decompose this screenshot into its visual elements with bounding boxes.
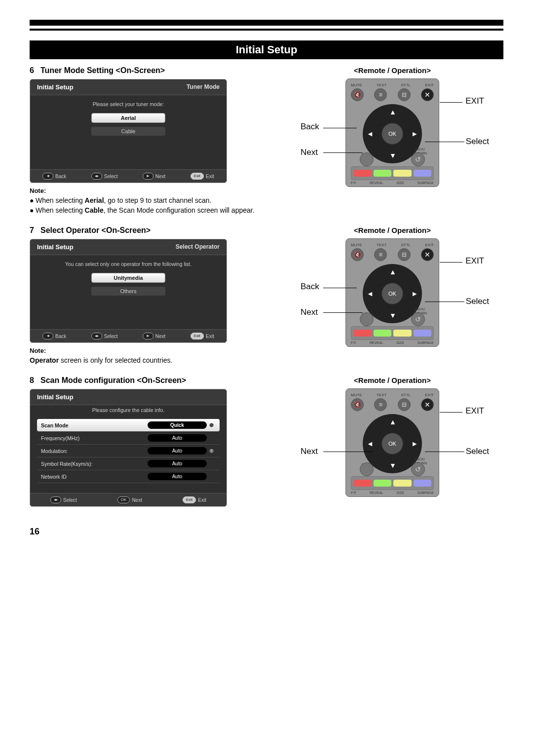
config-label: Scan Mode [41,422,148,428]
dpad-down-icon[interactable]: ▼ [389,151,396,159]
sttl-button[interactable]: ⊟ [398,248,411,261]
callout-exit: EXIT [465,256,484,266]
osd-instruction: Please configure the cable info. [37,407,220,413]
dpad-down-icon[interactable]: ▼ [389,461,396,469]
text-button[interactable]: ≡ [374,398,387,411]
dpad-up-icon[interactable]: ▲ [389,108,396,116]
osd-tuner-mode: Initial Setup Tuner Mode Please select y… [30,79,227,183]
config-label: Network ID [41,474,148,480]
color-buttons[interactable] [351,476,434,490]
exit-button[interactable]: ✕ [421,248,434,261]
mute-button[interactable]: 🔇 [351,248,364,261]
remote-diagram: MUTETEXTSTTLEXIT 🔇 ≡ ⊟ ✕ ▲ ▼ ◄ ► OK [328,78,457,187]
osd-title: Initial Setup [37,83,74,91]
footer-next: ►Next [143,173,165,180]
ok-button[interactable]: OK [381,433,403,454]
menu-button[interactable] [360,462,374,476]
footer-back: ◄Back [42,173,66,180]
callout-next: Next [301,447,318,456]
exit-button[interactable]: ✕ [421,398,434,411]
sttl-button[interactable]: ⊟ [398,88,411,101]
footer-exit: ExitExit [183,496,206,503]
text-button[interactable]: ≡ [374,88,387,101]
config-label: Modulation: [41,448,148,454]
dpad[interactable]: ▲ ▼ ◄ ► OK MENU BACK/RETURN ↺ [363,264,422,323]
config-value: Auto [148,447,207,454]
callout-exit: EXIT [465,96,484,106]
footer-select: ◂▸Select [91,333,118,340]
config-row[interactable]: Frequency(MHz)Auto [37,432,220,445]
osd-title: Initial Setup [37,243,74,251]
config-row[interactable]: Modulation:Auto⊕ [37,445,220,457]
option-others[interactable]: Others [91,287,165,296]
config-row[interactable]: Scan ModeQuick⊕ [37,419,220,432]
dpad-right-icon[interactable]: ► [411,290,418,298]
config-row[interactable]: Symbol Rate(Ksym/s):Auto [37,457,220,470]
footer-select: ◂▸Select [91,173,118,180]
color-buttons[interactable] [351,326,434,340]
config-label: Symbol Rate(Ksym/s): [41,461,148,467]
footer-back: ◄Back [42,333,66,340]
note-line: Operator screen is only for selected cou… [30,356,266,364]
top-bar-thick [30,20,503,26]
callout-next: Next [301,148,318,157]
footer-exit: ExitExit [190,173,214,180]
return-button[interactable]: ↺ [411,312,425,326]
dpad-left-icon[interactable]: ◄ [367,290,374,298]
dpad-left-icon[interactable]: ◄ [367,440,374,448]
ok-button[interactable]: OK [381,283,403,304]
mute-button[interactable]: 🔇 [351,88,364,101]
page-title: Initial Setup [30,40,503,59]
step8-heading: 8Scan Mode configuration <On-Screen> [30,376,266,385]
top-bar-thin [30,29,503,31]
footer-exit: ExitExit [190,333,214,340]
footer-select: ◂▸Select [50,496,77,503]
osd-instruction: You can select only one operator from th… [37,261,220,267]
footer-next: ►Next [143,333,165,340]
option-unitymedia[interactable]: Unitymedia [91,273,165,283]
dpad-down-icon[interactable]: ▼ [389,311,396,319]
remote-diagram: MUTETEXTSTTLEXIT 🔇 ≡ ⊟ ✕ ▲ ▼ ◄ ► OK [328,388,457,497]
config-label: Frequency(MHz) [41,435,148,441]
remote-heading: <Remote / Operation> [281,66,503,75]
config-row[interactable]: Network IDAuto [37,470,220,483]
osd-instruction: Please select your tuner mode: [37,101,220,107]
dpad-left-icon[interactable]: ◄ [367,130,374,138]
option-cable[interactable]: Cable [91,127,165,136]
menu-button[interactable] [360,152,374,166]
dpad[interactable]: ▲ ▼ ◄ ► OK MENU BACK/RETURN ↺ [363,414,422,473]
step6-heading: 6Tuner Mode Setting <On-Screen> [30,66,266,75]
osd-scan-mode: Initial Setup Please configure the cable… [30,389,227,507]
note-heading: Note: [30,347,266,354]
return-button[interactable]: ↺ [411,462,425,476]
text-button[interactable]: ≡ [374,248,387,261]
config-value: Auto [148,473,207,480]
dpad-right-icon[interactable]: ► [411,130,418,138]
sttl-button[interactable]: ⊟ [398,398,411,411]
footer-next: OKNext [117,496,142,503]
exit-button[interactable]: ✕ [421,88,434,101]
remote-heading: <Remote / Operation> [281,226,503,234]
note-heading: Note: [30,187,266,194]
config-value: Auto [148,434,207,442]
menu-button[interactable] [360,312,374,326]
callout-back: Back [301,122,319,132]
dpad-right-icon[interactable]: ► [411,440,418,448]
note-line-1: ●When selecting Aerial, go to step 9 to … [30,196,266,204]
osd-select-operator: Initial Setup Select Operator You can se… [30,239,227,343]
return-button[interactable]: ↺ [411,152,425,166]
dpad-up-icon[interactable]: ▲ [389,418,396,426]
dpad-up-icon[interactable]: ▲ [389,268,396,276]
mute-button[interactable]: 🔇 [351,398,364,411]
arrow-icon: ⊕ [207,448,216,454]
dpad[interactable]: ▲ ▼ ◄ ► OK MENU BACK/RETURN ↺ [363,104,422,163]
color-buttons[interactable] [351,166,434,180]
page-number: 16 [30,527,503,537]
callout-back: Back [301,282,319,292]
arrow-icon: ⊕ [207,422,216,428]
note-line-2: ●When selecting Cable, the Scan Mode con… [30,206,266,214]
callout-select: Select [466,447,489,456]
callout-next: Next [301,307,318,317]
ok-button[interactable]: OK [381,123,403,145]
option-aerial[interactable]: Aerial [91,113,165,123]
